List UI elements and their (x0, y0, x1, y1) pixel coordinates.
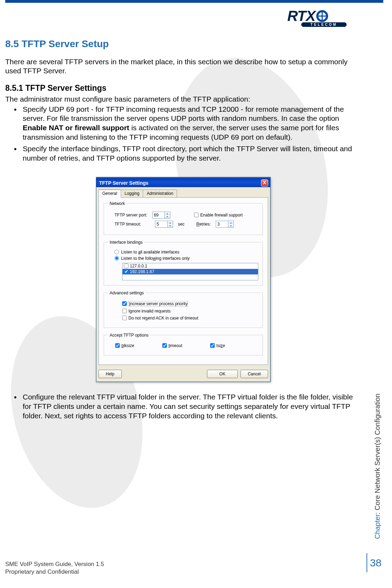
blksize-checkbox[interactable]: blksize (115, 343, 134, 348)
bullet-list: Specify UDP 69 port - for TFTP incoming … (5, 105, 361, 163)
spin-up-icon[interactable]: ▲ (164, 212, 170, 215)
firewall-checkbox[interactable]: Enable firewall support (194, 213, 243, 218)
page-content: 8.5 TFTP Server Setup There are several … (5, 38, 361, 422)
cancel-button[interactable]: Cancel (241, 370, 268, 378)
intro-paragraph: There are several TFTP servers in the ma… (5, 57, 361, 76)
radio-all-interfaces[interactable]: Listen to all available interfaces (114, 250, 258, 255)
list-item[interactable]: 127.0.0.1 (123, 263, 258, 269)
legend-if: Interface bindings (108, 240, 144, 245)
legend-accept: Accept TFTP options (108, 333, 150, 338)
footer: SME VoIP System Guide, Version 1.5 Propr… (5, 560, 104, 576)
timeout-spinner[interactable]: ▲▼ (155, 221, 173, 228)
help-button[interactable]: Help (98, 370, 122, 378)
radio-following-interfaces[interactable]: Listen to the following interfaces only (114, 256, 258, 261)
group-accept-options: Accept TFTP options blksize timeout tsiz… (104, 333, 263, 355)
label-retries: Retries: (196, 222, 210, 227)
logo: RTX TELECOM (287, 8, 364, 27)
tsize-checkbox[interactable]: tsize (210, 343, 225, 348)
increase-priority-checkbox[interactable]: Increase server process priority (122, 301, 188, 307)
spin-up-icon[interactable]: ▲ (228, 221, 234, 224)
bullet-item: Configure the relevant TFTP virtual fold… (16, 392, 361, 421)
retries-input[interactable] (216, 221, 228, 227)
tab-logging[interactable]: Logging (121, 190, 143, 197)
spin-down-icon[interactable]: ▼ (228, 224, 234, 227)
group-interface-bindings: Interface bindings Listen to all availab… (104, 240, 263, 286)
tab-strip: GeneralLoggingAdministration (96, 187, 270, 197)
group-network: Network TFTP server port: ▲▼ Enable fire… (104, 201, 263, 235)
ignore-invalid-checkbox[interactable]: Ignore invalid requests (122, 309, 171, 314)
spin-down-icon[interactable]: ▼ (164, 215, 170, 218)
page-number: 38 (367, 553, 382, 572)
bullet-item: Specify UDP 69 port - for TFTP incoming … (16, 105, 361, 142)
close-icon[interactable]: X (261, 179, 268, 186)
tab-body: Network TFTP server port: ▲▼ Enable fire… (98, 197, 268, 365)
port-spinner[interactable]: ▲▼ (152, 212, 170, 219)
no-resend-ack-checkbox[interactable]: Do not resend ACK in case of timeout (122, 316, 198, 321)
label-port: TFTP server port: (114, 213, 147, 218)
logo-icon (316, 9, 329, 23)
legend-adv: Advanced settings (108, 291, 145, 295)
chapter-side-label: Chapter: Core Network Server(s) Configur… (373, 394, 382, 539)
logo-text: RTX (287, 8, 315, 24)
sec-label: sec (178, 222, 185, 227)
list-item[interactable]: 192.168.1.67 (123, 269, 258, 274)
tab-administration[interactable]: Administration (143, 190, 177, 197)
group-advanced: Advanced settings Increase server proces… (104, 291, 263, 328)
timeout-input[interactable] (155, 221, 167, 227)
bullet-item: Specify the interface bindings, TFTP roo… (16, 144, 361, 163)
interface-listbox[interactable]: 127.0.0.1 192.168.1.67 (122, 263, 258, 280)
footer-line2: Proprietary and Confidential (5, 568, 104, 576)
dialog-buttons: Help OK Cancel (96, 367, 270, 382)
tftp-settings-dialog: TFTP Server Settings X GeneralLoggingAdm… (96, 177, 271, 382)
spin-up-icon[interactable]: ▲ (167, 221, 173, 224)
bullet-list-after: Configure the relevant TFTP virtual fold… (5, 392, 361, 421)
dialog-title: TFTP Server Settings (99, 180, 148, 186)
header-rule (5, 0, 383, 3)
tab-general[interactable]: General (98, 189, 121, 198)
spin-down-icon[interactable]: ▼ (167, 224, 173, 227)
legend-network: Network (108, 201, 126, 206)
dialog-titlebar[interactable]: TFTP Server Settings X (96, 177, 270, 187)
port-input[interactable] (153, 212, 164, 218)
label-timeout: TFTP timeout: (114, 222, 141, 227)
subsection-intro: The administrator must configure basic p… (5, 95, 361, 103)
subsection-heading: 8.5.1 TFTP Server Settings (5, 83, 361, 93)
footer-line1: SME VoIP System Guide, Version 1.5 (5, 560, 104, 568)
ok-button[interactable]: OK (207, 370, 237, 378)
timeout-opt-checkbox[interactable]: timeout (162, 343, 182, 348)
section-heading: 8.5 TFTP Server Setup (5, 38, 361, 50)
retries-spinner[interactable]: ▲▼ (216, 221, 234, 228)
